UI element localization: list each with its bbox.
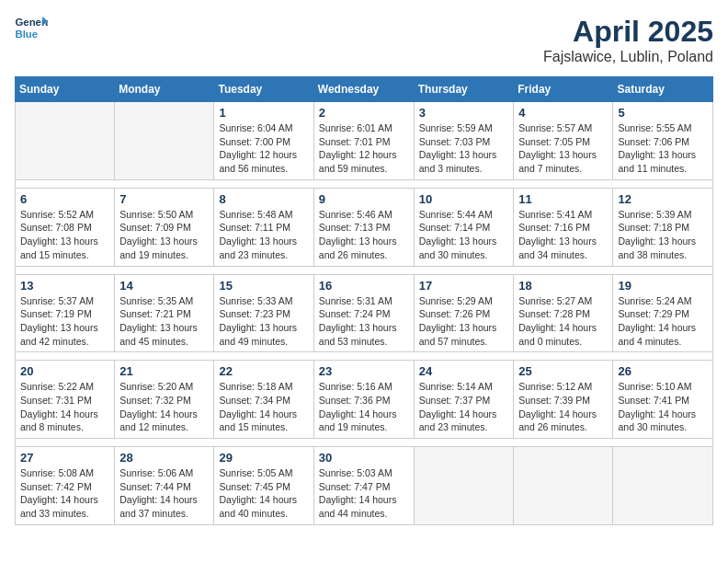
day-number: 12	[618, 192, 708, 206]
day-cell: 11Sunrise: 5:41 AM Sunset: 7:16 PM Dayli…	[514, 188, 613, 266]
day-info: Sunrise: 5:33 AM Sunset: 7:23 PM Dayligh…	[219, 294, 308, 349]
weekday-header-thursday: Thursday	[414, 77, 514, 102]
day-info: Sunrise: 5:22 AM Sunset: 7:31 PM Dayligh…	[20, 380, 109, 434]
day-number: 10	[419, 192, 509, 206]
day-number: 24	[419, 364, 509, 378]
day-cell: 4Sunrise: 5:57 AM Sunset: 7:05 PM Daylig…	[514, 102, 613, 180]
day-number: 22	[219, 364, 308, 378]
day-cell: 19Sunrise: 5:24 AM Sunset: 7:29 PM Dayli…	[613, 274, 713, 352]
day-cell: 12Sunrise: 5:39 AM Sunset: 7:18 PM Dayli…	[613, 188, 713, 266]
day-info: Sunrise: 5:12 AM Sunset: 7:39 PM Dayligh…	[518, 380, 608, 434]
month-title: April 2025	[543, 15, 713, 49]
day-number: 20	[20, 364, 109, 378]
day-cell: 1Sunrise: 6:04 AM Sunset: 7:00 PM Daylig…	[214, 102, 313, 180]
day-info: Sunrise: 5:57 AM Sunset: 7:05 PM Dayligh…	[518, 121, 608, 176]
day-number: 9	[319, 192, 409, 206]
day-number: 3	[419, 106, 509, 120]
day-info: Sunrise: 5:14 AM Sunset: 7:37 PM Dayligh…	[419, 380, 509, 434]
week-row-2: 6Sunrise: 5:52 AM Sunset: 7:08 PM Daylig…	[16, 188, 713, 266]
separator-cell	[16, 439, 713, 447]
day-number: 19	[618, 279, 708, 293]
day-number: 17	[419, 279, 509, 293]
week-row-1: 1Sunrise: 6:04 AM Sunset: 7:00 PM Daylig…	[16, 102, 713, 180]
day-cell: 23Sunrise: 5:16 AM Sunset: 7:36 PM Dayli…	[313, 361, 414, 439]
day-info: Sunrise: 5:24 AM Sunset: 7:29 PM Dayligh…	[618, 294, 708, 349]
day-info: Sunrise: 5:27 AM Sunset: 7:28 PM Dayligh…	[518, 294, 608, 349]
week-row-5: 27Sunrise: 5:08 AM Sunset: 7:42 PM Dayli…	[16, 447, 713, 525]
day-number: 29	[219, 451, 308, 465]
day-number: 8	[219, 192, 308, 206]
day-cell: 14Sunrise: 5:35 AM Sunset: 7:21 PM Dayli…	[115, 274, 214, 352]
location-title: Fajslawice, Lublin, Poland	[543, 49, 713, 65]
day-info: Sunrise: 5:06 AM Sunset: 7:44 PM Dayligh…	[119, 466, 209, 521]
day-info: Sunrise: 5:08 AM Sunset: 7:42 PM Dayligh…	[20, 466, 109, 521]
svg-text:Blue: Blue	[16, 29, 39, 40]
day-info: Sunrise: 6:04 AM Sunset: 7:00 PM Dayligh…	[219, 121, 308, 176]
day-number: 4	[518, 106, 608, 120]
day-info: Sunrise: 5:29 AM Sunset: 7:26 PM Dayligh…	[419, 294, 509, 349]
separator-cell	[16, 266, 713, 274]
day-cell: 28Sunrise: 5:06 AM Sunset: 7:44 PM Dayli…	[115, 447, 214, 525]
day-cell: 16Sunrise: 5:31 AM Sunset: 7:24 PM Dayli…	[313, 274, 414, 352]
title-area: April 2025 Fajslawice, Lublin, Poland	[543, 15, 713, 65]
day-cell	[613, 447, 713, 525]
day-cell: 9Sunrise: 5:46 AM Sunset: 7:13 PM Daylig…	[313, 188, 414, 266]
day-info: Sunrise: 6:01 AM Sunset: 7:01 PM Dayligh…	[319, 121, 409, 176]
day-info: Sunrise: 5:55 AM Sunset: 7:06 PM Dayligh…	[618, 121, 708, 176]
day-cell	[16, 102, 115, 180]
day-cell: 27Sunrise: 5:08 AM Sunset: 7:42 PM Dayli…	[16, 447, 115, 525]
week-separator	[16, 439, 713, 447]
day-cell: 2Sunrise: 6:01 AM Sunset: 7:01 PM Daylig…	[313, 102, 414, 180]
separator-cell	[16, 179, 713, 188]
weekday-header-friday: Friday	[514, 77, 613, 102]
day-number: 26	[618, 364, 708, 378]
week-separator	[16, 266, 713, 274]
day-info: Sunrise: 5:52 AM Sunset: 7:08 PM Dayligh…	[20, 208, 109, 262]
day-info: Sunrise: 5:05 AM Sunset: 7:45 PM Dayligh…	[219, 466, 308, 521]
day-number: 14	[119, 279, 209, 293]
logo: General Blue	[15, 15, 48, 40]
day-cell: 13Sunrise: 5:37 AM Sunset: 7:19 PM Dayli…	[16, 274, 115, 352]
day-cell: 25Sunrise: 5:12 AM Sunset: 7:39 PM Dayli…	[514, 361, 613, 439]
weekday-header-saturday: Saturday	[613, 77, 713, 102]
day-info: Sunrise: 5:35 AM Sunset: 7:21 PM Dayligh…	[119, 294, 209, 349]
day-cell: 18Sunrise: 5:27 AM Sunset: 7:28 PM Dayli…	[514, 274, 613, 352]
day-number: 18	[518, 279, 608, 293]
day-cell: 6Sunrise: 5:52 AM Sunset: 7:08 PM Daylig…	[16, 188, 115, 266]
day-number: 5	[618, 106, 708, 120]
day-info: Sunrise: 5:41 AM Sunset: 7:16 PM Dayligh…	[518, 208, 608, 262]
calendar: SundayMondayTuesdayWednesdayThursdayFrid…	[15, 76, 713, 525]
day-info: Sunrise: 5:46 AM Sunset: 7:13 PM Dayligh…	[319, 208, 409, 262]
logo-icon: General Blue	[15, 15, 48, 40]
day-number: 15	[219, 279, 308, 293]
day-cell: 8Sunrise: 5:48 AM Sunset: 7:11 PM Daylig…	[214, 188, 313, 266]
day-info: Sunrise: 5:48 AM Sunset: 7:11 PM Dayligh…	[219, 208, 308, 262]
header: General Blue April 2025 Fajslawice, Lubl…	[15, 15, 713, 65]
day-info: Sunrise: 5:50 AM Sunset: 7:09 PM Dayligh…	[119, 208, 209, 262]
day-info: Sunrise: 5:31 AM Sunset: 7:24 PM Dayligh…	[319, 294, 409, 349]
day-number: 16	[319, 279, 409, 293]
day-number: 1	[219, 106, 308, 120]
day-number: 13	[20, 279, 109, 293]
day-cell: 5Sunrise: 5:55 AM Sunset: 7:06 PM Daylig…	[613, 102, 713, 180]
day-info: Sunrise: 5:16 AM Sunset: 7:36 PM Dayligh…	[319, 380, 409, 434]
day-cell: 10Sunrise: 5:44 AM Sunset: 7:14 PM Dayli…	[414, 188, 514, 266]
day-cell: 29Sunrise: 5:05 AM Sunset: 7:45 PM Dayli…	[214, 447, 313, 525]
separator-cell	[16, 352, 713, 361]
day-number: 7	[119, 192, 209, 206]
day-info: Sunrise: 5:37 AM Sunset: 7:19 PM Dayligh…	[20, 294, 109, 349]
day-info: Sunrise: 5:39 AM Sunset: 7:18 PM Dayligh…	[618, 208, 708, 262]
day-cell	[115, 102, 214, 180]
day-number: 25	[518, 364, 608, 378]
week-separator	[16, 179, 713, 188]
day-info: Sunrise: 5:03 AM Sunset: 7:47 PM Dayligh…	[319, 466, 409, 521]
week-separator	[16, 352, 713, 361]
weekday-header-row: SundayMondayTuesdayWednesdayThursdayFrid…	[16, 77, 713, 102]
day-number: 23	[319, 364, 409, 378]
day-number: 28	[119, 451, 209, 465]
day-cell: 26Sunrise: 5:10 AM Sunset: 7:41 PM Dayli…	[613, 361, 713, 439]
day-cell: 24Sunrise: 5:14 AM Sunset: 7:37 PM Dayli…	[414, 361, 514, 439]
day-info: Sunrise: 5:59 AM Sunset: 7:03 PM Dayligh…	[419, 121, 509, 176]
day-cell: 21Sunrise: 5:20 AM Sunset: 7:32 PM Dayli…	[115, 361, 214, 439]
day-number: 11	[518, 192, 608, 206]
